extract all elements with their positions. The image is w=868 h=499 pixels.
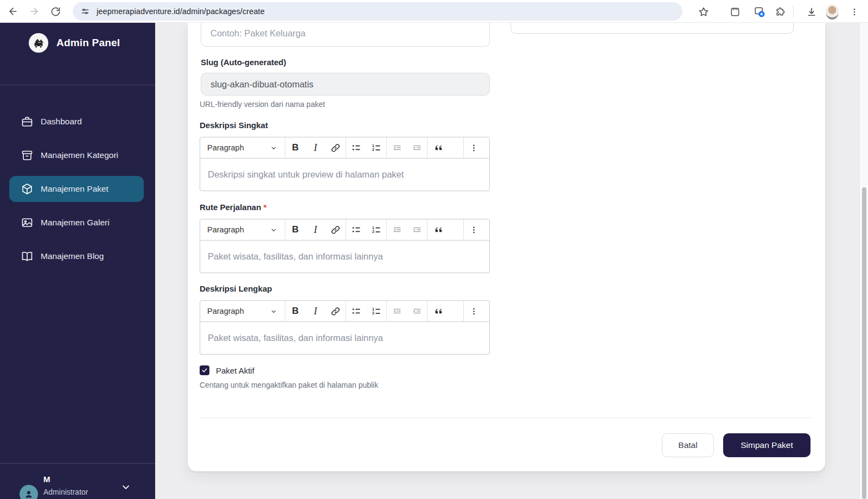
bold-button[interactable]: B [285,219,305,240]
paragraph-dropdown[interactable]: Paragraph [200,301,285,321]
browser-chrome: jeepmerapiadventure.id/admin/packages/cr… [0,0,868,23]
address-bar[interactable]: jeepmerapiadventure.id/admin/packages/cr… [73,2,682,21]
editor-content[interactable]: Deskripsi singkat untuk preview di halam… [200,159,490,191]
editor-content[interactable]: Paket wisata, fasilitas, dan informasi l… [200,322,490,355]
editor-placeholder: Deskripsi singkat untuk preview di halam… [208,169,404,180]
blockquote-button[interactable] [427,219,449,240]
sidebar-item-label: Manajemen Paket [41,184,108,194]
image-icon [21,216,34,229]
bulleted-list-button[interactable] [346,219,366,240]
toolbar-separator [793,5,794,17]
numbered-list-button[interactable]: 12 [366,301,386,321]
user-avatar [20,485,38,499]
outdent-button[interactable] [387,137,407,158]
paragraph-dropdown[interactable]: Paragraph [200,219,285,240]
toolbar-overflow-button[interactable] [464,219,484,240]
user-initial: M [43,475,50,484]
sidebar-item-blog[interactable]: Manajemen Blog [9,243,144,269]
tab-bookmark-badge-icon[interactable] [753,5,766,18]
sidebar-footer-divider [0,463,155,464]
svg-text:2: 2 [372,230,374,234]
sidebar-item-label: Manajemen Galeri [41,218,110,228]
numbered-list-button[interactable]: 12 [366,219,386,240]
reload-icon[interactable] [49,5,61,17]
italic-button[interactable]: I [305,301,326,321]
brand-title: Admin Panel [56,37,120,49]
url-text: jeepmerapiadventure.id/admin/packages/cr… [97,7,265,16]
blockquote-button[interactable] [427,137,449,158]
sidebar-divider [0,85,155,85]
sidebar-header: Admin Panel [0,23,155,62]
rich-text-editor-lengkap: Paragraph B I 12 Paket wisata, fasilitas… [200,300,490,355]
bulleted-list-button[interactable] [346,301,366,321]
sidebar-item-dashboard[interactable]: Dashboard [9,109,144,135]
bold-button[interactable]: B [285,137,305,158]
indent-button[interactable] [407,137,427,158]
italic-button[interactable]: I [305,137,326,158]
link-button[interactable] [326,137,346,158]
sidebar-item-label: Manajemen Kategori [41,150,118,160]
paket-aktif-checkbox-row[interactable]: Paket Aktif [200,365,254,375]
chevron-down-icon[interactable] [120,482,131,492]
sidebar-nav: Dashboard Manajemen Kategori Manajemen P… [9,109,144,277]
sidebar-user-section[interactable]: M Administrator [0,440,155,499]
cube-icon [21,182,34,195]
form-divider [200,418,812,418]
toolbar-overflow-button[interactable] [464,137,484,158]
editor-placeholder: Paket wisata, fasilitas, dan informasi l… [208,251,383,262]
rich-text-editor-singkat: Paragraph B I 12 Deskripsi singkat untuk… [200,137,490,191]
check-icon [201,367,208,374]
editor-placeholder: Paket wisata, fasilitas, dan informasi l… [208,333,383,343]
link-button[interactable] [326,301,346,321]
toolbar-overflow-button[interactable] [464,301,484,321]
svg-text:2: 2 [372,311,374,315]
indent-button[interactable] [407,301,427,321]
profile-avatar[interactable] [826,5,839,18]
editor-toolbar: Paragraph B I 12 [200,137,490,159]
extensions-puzzle-icon[interactable] [774,5,787,18]
bulleted-list-button[interactable] [346,137,366,158]
outdent-button[interactable] [387,219,407,240]
slug-input[interactable] [201,73,490,96]
editor-content[interactable]: Paket wisata, fasilitas, dan informasi l… [200,241,490,273]
paragraph-dropdown[interactable]: Paragraph [200,137,285,158]
editor-toolbar: Paragraph B I 12 [200,300,490,322]
indent-button[interactable] [407,219,427,240]
sidebar-item-galeri[interactable]: Manajemen Galeri [9,210,144,236]
download-icon[interactable] [805,5,818,18]
editor-label: Deskripsi Lengkap [200,284,274,293]
bookmark-star-icon[interactable] [697,5,710,18]
submit-button[interactable]: Simpan Paket [723,433,810,457]
paket-aktif-helper: Centang untuk mengaktifkan paket di hala… [200,381,378,389]
cancel-button[interactable]: Batal [662,433,714,457]
sidebar-item-paket[interactable]: Manajemen Paket [9,176,144,202]
chevron-down-icon [270,226,277,233]
rich-text-editor-rute: Paragraph B I 12 Paket wisata, fasilitas… [200,219,490,273]
outdent-button[interactable] [387,301,407,321]
sidebar-item-kategori[interactable]: Manajemen Kategori [9,142,144,168]
blockquote-button[interactable] [427,301,449,321]
sidebar-item-label: Manajemen Blog [41,251,104,261]
page-scrollbar-track [859,23,868,499]
back-icon[interactable] [7,5,19,17]
menu-dots-icon[interactable] [848,5,861,18]
sidebar-item-label: Dashboard [41,117,82,127]
side-panel-icon[interactable] [729,5,742,18]
bold-button[interactable]: B [285,301,305,321]
link-button[interactable] [326,219,346,240]
paket-aktif-label: Paket Aktif [216,366,254,375]
chevron-down-icon [270,308,277,315]
person-icon [23,488,35,499]
italic-button[interactable]: I [305,219,326,240]
briefcase-icon [21,115,34,128]
checkbox-checked[interactable] [200,365,209,375]
user-role: Administrator [43,488,88,496]
forward-icon[interactable] [28,5,40,17]
book-open-icon [21,250,34,263]
site-settings-icon[interactable] [80,7,90,16]
numbered-list-button[interactable]: 12 [366,137,386,158]
archive-icon [21,149,34,162]
page-scrollbar-thumb[interactable] [862,187,866,499]
package-name-input[interactable] [201,20,490,47]
editor-label: Rute Perjalanan* [200,203,266,212]
